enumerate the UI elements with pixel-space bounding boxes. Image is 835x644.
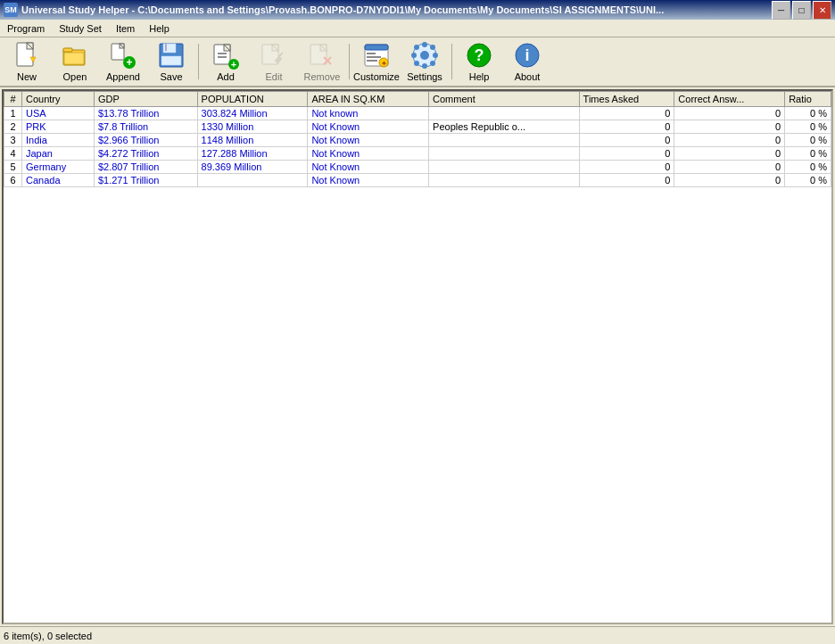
window-controls: ─ □ ✕ [772,1,831,20]
separator-1 [198,44,199,79]
col-header-gdp[interactable]: GDP [94,92,197,107]
menu-help[interactable]: Help [142,21,177,36]
toolbar-edit-button: Edit [251,40,297,83]
col-header-population[interactable]: POPULATION [197,92,308,107]
svg-line-22 [279,53,283,56]
toolbar-settings-button[interactable]: Settings [401,40,448,83]
svg-point-36 [422,42,427,47]
table-row[interactable]: 5Germany$2.807 Trillion89.369 MillionNot… [4,161,831,174]
svg-point-42 [414,61,419,66]
toolbar-about-button[interactable]: i About [504,40,550,83]
menu-study-set[interactable]: Study Set [52,21,109,36]
svg-text:✦: ✦ [381,60,387,68]
svg-text:?: ? [475,46,484,64]
save-label: Save [160,71,182,82]
append-label: Append [106,71,140,82]
about-label: About [515,71,541,82]
remove-icon [308,41,336,70]
separator-3 [451,44,452,79]
status-bar: 6 item(s), 0 selected [0,626,835,644]
svg-text:+: + [231,59,236,70]
svg-rect-30 [367,56,381,58]
svg-text:+: + [126,56,132,69]
svg-rect-13 [161,56,181,65]
svg-rect-28 [365,45,388,50]
toolbar-append-button[interactable]: + Append [100,40,146,83]
append-icon: + [109,41,137,70]
table-row[interactable]: 3India$2.966 Trillion1148 MillionNot Kno… [4,134,831,147]
col-header-num[interactable]: # [4,92,22,107]
maximize-button[interactable]: □ [792,1,811,20]
toolbar-customize-button[interactable]: ✦ Customize [353,40,400,83]
col-header-comment[interactable]: Comment [429,92,580,107]
svg-rect-12 [165,44,167,51]
close-button[interactable]: ✕ [813,1,831,20]
toolbar-save-button[interactable]: Save [148,40,194,83]
menu-program[interactable]: Program [0,21,52,36]
customize-icon: ✦ [362,41,391,70]
customize-label: Customize [353,71,400,82]
about-icon: i [513,41,542,70]
svg-point-37 [422,63,427,69]
col-header-correct-answers[interactable]: Correct Answ... [674,92,785,107]
settings-label: Settings [407,71,442,82]
menu-bar: Program Study Set Item Help [0,20,835,37]
svg-rect-5 [64,53,84,64]
open-icon [61,41,89,70]
menu-item[interactable]: Item [109,21,142,36]
main-area: # Country GDP POPULATION AREA IN SQ.KM C… [2,89,833,624]
svg-point-41 [430,61,435,66]
separator-2 [349,44,350,79]
open-label: Open [63,71,87,82]
help-icon: ? [465,41,493,70]
svg-text:i: i [525,46,529,64]
toolbar: New Open + Append [0,37,835,87]
svg-point-39 [433,53,438,58]
table-row[interactable]: 1USA$13.78 Trillion303.824 MillionNot kn… [4,107,831,120]
svg-point-40 [414,45,419,50]
col-header-country[interactable]: Country [22,92,95,107]
toolbar-new-button[interactable]: New [4,40,50,83]
table-row[interactable]: 2PRK$7.8 Trillion1330 MillionNot KnownPe… [4,120,831,134]
new-label: New [17,71,37,82]
minimize-button[interactable]: ─ [772,1,790,20]
table-row[interactable]: 4Japan$4.272 Trillion127.288 MillionNot … [4,147,831,161]
data-table: # Country GDP POPULATION AREA IN SQ.KM C… [4,91,831,187]
add-icon: + [211,41,240,70]
window-title: Universal Study Helper - C:\Documents an… [21,4,664,15]
toolbar-open-button[interactable]: Open [52,40,98,83]
col-header-ratio[interactable]: Ratio [785,92,831,107]
table-header-row: # Country GDP POPULATION AREA IN SQ.KM C… [4,92,831,107]
title-bar: SM Universal Study Helper - C:\Documents… [0,0,835,20]
help-label: Help [469,71,490,82]
edit-label: Edit [266,71,283,82]
svg-rect-31 [367,60,377,62]
app-icon: SM [4,3,18,17]
remove-label: Remove [304,71,341,82]
col-header-times-asked[interactable]: Times Asked [579,92,674,107]
svg-point-38 [411,53,417,58]
svg-rect-29 [367,53,376,54]
add-label: Add [217,71,235,82]
new-icon [12,41,41,70]
table-row[interactable]: 6Canada$1.271 TrillionNot Known000 % [4,174,831,187]
settings-icon [410,41,439,70]
svg-point-43 [430,45,435,50]
toolbar-help-button[interactable]: ? Help [456,40,502,83]
toolbar-remove-button: Remove [299,40,345,83]
edit-icon [260,41,288,70]
toolbar-add-button[interactable]: + Add [203,40,249,83]
svg-point-35 [420,51,429,60]
status-text: 6 item(s), 0 selected [4,631,92,641]
save-icon [157,41,186,70]
svg-rect-4 [63,48,72,52]
col-header-area[interactable]: AREA IN SQ.KM [308,92,429,107]
